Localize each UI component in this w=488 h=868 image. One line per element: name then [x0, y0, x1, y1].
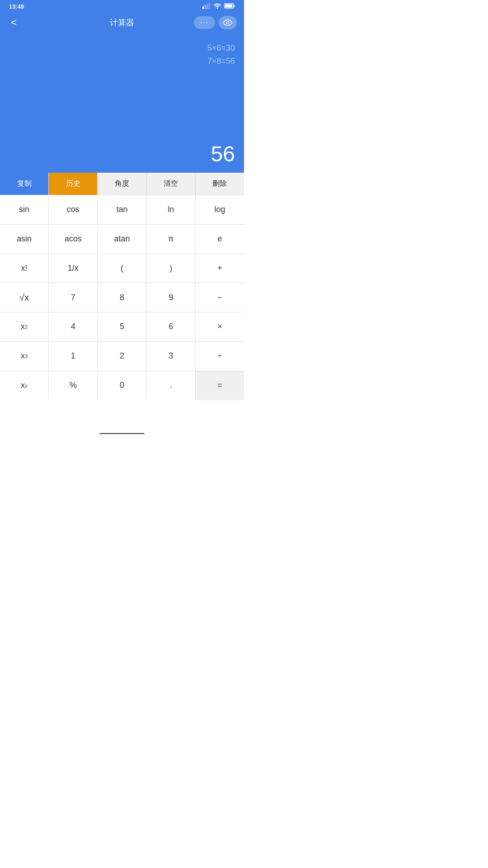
page-title: 计算器	[110, 17, 134, 28]
keypad-row-3: x! 1/x ( ) +	[0, 254, 244, 283]
keypad: sin cos tan ln log asin acos atan π e x!…	[0, 195, 244, 429]
plus-key[interactable]: +	[196, 254, 244, 283]
status-bar: 13:49	[0, 0, 244, 13]
history-display: 5×6=30 7×8=56	[207, 42, 235, 68]
power-key[interactable]: xy	[0, 371, 49, 401]
equals-key[interactable]: =	[196, 371, 244, 401]
cube-key[interactable]: x3	[0, 342, 49, 371]
2-key[interactable]: 2	[98, 342, 146, 371]
close-paren-key[interactable]: )	[147, 254, 196, 283]
back-button[interactable]: <	[7, 15, 20, 30]
svg-rect-0	[202, 6, 204, 9]
9-key[interactable]: 9	[147, 283, 196, 312]
home-indicator	[0, 429, 244, 434]
more-button[interactable]: ···	[194, 16, 215, 29]
5-key[interactable]: 5	[98, 312, 146, 341]
keypad-row-7: xy % 0 . =	[0, 371, 244, 401]
7-key[interactable]: 7	[49, 283, 98, 312]
ln-key[interactable]: ln	[147, 195, 196, 224]
0-key[interactable]: 0	[98, 371, 146, 401]
svg-rect-5	[225, 4, 233, 7]
keypad-row-4: √x 7 8 9 −	[0, 283, 244, 312]
svg-rect-2	[206, 4, 208, 9]
6-key[interactable]: 6	[147, 312, 196, 341]
keypad-row-1: sin cos tan ln log	[0, 195, 244, 225]
battery-icon	[224, 3, 235, 10]
factorial-key[interactable]: x!	[0, 254, 49, 283]
minus-key[interactable]: −	[196, 283, 244, 312]
history-line-2: 7×8=56	[207, 55, 235, 68]
svg-point-8	[227, 22, 229, 24]
open-paren-key[interactable]: (	[98, 254, 146, 283]
delete-button[interactable]: 删除	[195, 173, 244, 195]
asin-key[interactable]: asin	[0, 225, 49, 254]
title-bar: < 计算器 ···	[0, 13, 244, 33]
display-area: 5×6=30 7×8=56 56	[0, 33, 244, 173]
signal-icon	[202, 3, 211, 10]
keypad-row-2: asin acos atan π e	[0, 225, 244, 254]
copy-button[interactable]: 复制	[0, 173, 48, 195]
sqrt-key[interactable]: √x	[0, 283, 49, 312]
pi-key[interactable]: π	[147, 225, 196, 254]
svg-rect-1	[205, 5, 206, 9]
angle-button[interactable]: 角度	[97, 173, 146, 195]
home-bar	[99, 433, 145, 434]
svg-rect-3	[209, 3, 210, 9]
current-result: 56	[211, 142, 235, 166]
dot-key[interactable]: .	[147, 371, 196, 401]
title-actions: ···	[194, 16, 237, 29]
time-display: 13:49	[9, 3, 24, 10]
square-key[interactable]: x2	[0, 312, 49, 341]
eye-button[interactable]	[219, 16, 237, 29]
wifi-icon	[213, 3, 221, 10]
divide-key[interactable]: ÷	[196, 342, 244, 371]
atan-key[interactable]: atan	[98, 225, 146, 254]
multiply-key[interactable]: ×	[196, 312, 244, 341]
8-key[interactable]: 8	[98, 283, 146, 312]
3-key[interactable]: 3	[147, 342, 196, 371]
1-key[interactable]: 1	[49, 342, 98, 371]
clear-button[interactable]: 清空	[146, 173, 195, 195]
e-key[interactable]: e	[196, 225, 244, 254]
history-button[interactable]: 历史	[48, 173, 97, 195]
cos-key[interactable]: cos	[49, 195, 98, 224]
keypad-row-5: x2 4 5 6 ×	[0, 312, 244, 342]
action-bar: 复制 历史 角度 清空 删除	[0, 173, 244, 195]
status-icons	[202, 3, 235, 10]
acos-key[interactable]: acos	[49, 225, 98, 254]
sin-key[interactable]: sin	[0, 195, 49, 224]
reciprocal-key[interactable]: 1/x	[49, 254, 98, 283]
tan-key[interactable]: tan	[98, 195, 146, 224]
log-key[interactable]: log	[196, 195, 244, 224]
keypad-row-6: x3 1 2 3 ÷	[0, 342, 244, 371]
history-line-1: 5×6=30	[207, 42, 235, 55]
4-key[interactable]: 4	[49, 312, 98, 341]
percent-key[interactable]: %	[49, 371, 98, 401]
